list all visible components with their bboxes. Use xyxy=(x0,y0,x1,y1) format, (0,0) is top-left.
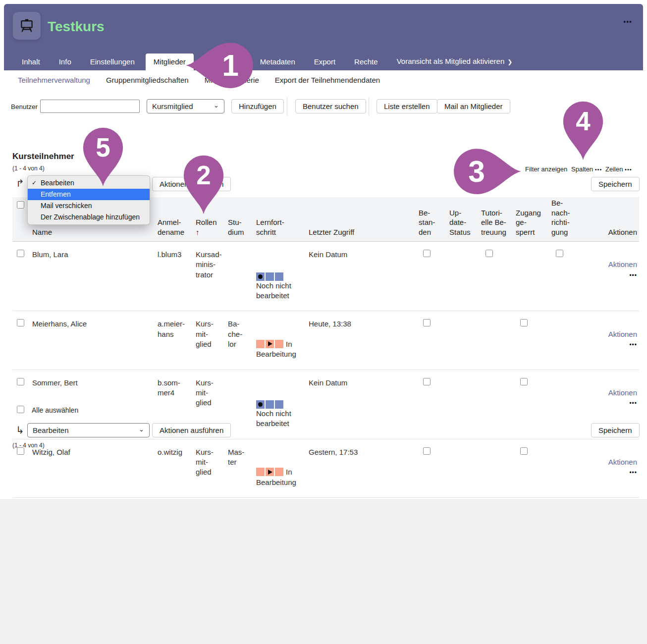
col-bestanden[interactable]: Be- stan- den xyxy=(419,208,449,241)
col-studium[interactable]: Stu- dium xyxy=(228,217,256,241)
cell-tutorielle-betreuung xyxy=(481,370,516,439)
more-dots-icon: ••• xyxy=(625,166,632,172)
aktionen-ausfuehren-button-top[interactable]: Aktionen ausführen xyxy=(152,177,231,191)
row-aktionen-dots-icon[interactable]: ••• xyxy=(629,341,637,348)
col-lernfortschritt[interactable]: Lernfort- schritt xyxy=(256,217,309,241)
course-tabbar: Inhalt Info Einstellungen Mitglieder Met… xyxy=(4,53,643,70)
menu-item-bearbeiten[interactable]: ✓ Bearbeiten xyxy=(28,177,150,189)
zugang-checkbox[interactable] xyxy=(520,319,528,326)
course-members-page: Testkurs ••• Inhalt Info Einstellungen M… xyxy=(0,0,647,644)
row-aktionen-dots-icon[interactable]: ••• xyxy=(629,469,637,476)
subnav-gruppenmitgliedschaften[interactable]: Gruppenmitgliedschaften xyxy=(106,76,189,84)
row-aktionen-link[interactable]: Aktionen xyxy=(608,260,637,268)
menu-item-zwischenablage[interactable]: Der Zwischenablage hinzufügen xyxy=(28,212,150,223)
tab-info[interactable]: Info xyxy=(51,54,79,70)
col-rollen[interactable]: Rollen↑ xyxy=(196,217,228,241)
bestanden-checkbox[interactable] xyxy=(423,378,431,385)
bestanden-checkbox[interactable] xyxy=(423,447,431,455)
col-benachrichtigung[interactable]: Be- nach- richti- gung xyxy=(551,198,584,241)
row-aktionen-link[interactable]: Aktionen xyxy=(608,388,637,397)
callout-3-number: 3 xyxy=(468,155,485,188)
row-aktionen-link[interactable]: Aktionen xyxy=(608,330,637,338)
select-all-checkbox[interactable] xyxy=(17,201,24,209)
cell-studium xyxy=(228,370,256,439)
progress-squares-icon xyxy=(256,468,283,476)
zeilen-link[interactable]: Zeilen ••• xyxy=(605,165,632,173)
filter-anzeigen-link[interactable]: Filter anzeigen xyxy=(525,165,567,173)
progress-label: Noch nicht bearbeitet xyxy=(256,281,291,300)
zeilen-label: Zeilen xyxy=(605,165,623,173)
row-checkbox[interactable] xyxy=(17,250,24,257)
select-all-label: Alle auswählen xyxy=(32,406,78,414)
row-aktionen-dots-icon[interactable]: ••• xyxy=(629,400,637,407)
chevron-right-icon: ❯ xyxy=(507,58,512,65)
row-aktionen-link[interactable]: Aktionen xyxy=(608,458,637,466)
hinzufuegen-button[interactable]: Hinzufügen xyxy=(231,99,284,113)
speichern-button-top[interactable]: Speichern xyxy=(591,177,640,191)
col-zugang-gesperrt[interactable]: Zugang ge- sperrt xyxy=(516,208,551,241)
col-letzter-zugriff[interactable]: Letzter Zugriff xyxy=(309,227,419,241)
subnav-export-teilnehmendendaten[interactable]: Export der Teilnehmendendaten xyxy=(275,76,380,84)
cell-letzter-zugriff: Kein Datum xyxy=(309,370,419,439)
checkmark-icon: ✓ xyxy=(32,177,37,189)
row-checkbox[interactable] xyxy=(17,378,24,385)
tab-inhalt[interactable]: Inhalt xyxy=(14,54,48,70)
cell-lernfortschritt: In Bearbeitung xyxy=(256,439,309,497)
progress-indicator: Noch nicht bearbeitet xyxy=(256,388,303,429)
sort-asc-icon: ↑ xyxy=(196,228,200,236)
toolbar-divider xyxy=(369,97,369,116)
col-aktionen: Aktionen xyxy=(584,227,639,241)
cell-update-status xyxy=(449,242,481,311)
tutorielle-checkbox[interactable] xyxy=(485,250,493,257)
mail-an-mitglieder-button[interactable]: Mail an Mitglieder xyxy=(437,99,510,113)
aktionen-ausfuehren-button-bottom[interactable]: Aktionen ausführen xyxy=(152,423,231,437)
more-dots-icon: ••• xyxy=(595,166,602,172)
liste-erstellen-button[interactable]: Liste erstellen xyxy=(377,99,437,113)
col-name[interactable]: Name xyxy=(32,227,158,241)
subnav-mitgliedergalerie[interactable]: Mitgliedergalerie xyxy=(205,76,259,84)
tab-mitglieder[interactable]: Mitglieder xyxy=(146,54,194,70)
easel-icon xyxy=(18,17,35,34)
bulk-action-select[interactable]: Bearbeiten ⌄ xyxy=(27,423,150,437)
col-tutorielle-betreuung[interactable]: Tutori- elle Be- treuung xyxy=(481,208,516,241)
speichern-button-bottom[interactable]: Speichern xyxy=(591,423,640,437)
bestanden-checkbox[interactable] xyxy=(423,319,431,326)
role-select[interactable]: Kursmitglied ⌄ xyxy=(147,99,224,113)
table-row: Meierhans, Alice a.meier- hans Kurs- mit… xyxy=(12,311,639,370)
table-row: Blum, Lara l.blum3 Kursad- minis- trator… xyxy=(12,242,639,311)
benutzer-suchen-button[interactable]: Benutzer suchen xyxy=(295,99,366,113)
benutzer-input[interactable] xyxy=(40,100,140,113)
row-checkbox[interactable] xyxy=(17,319,24,326)
benachrichtigung-checkbox[interactable] xyxy=(556,250,563,257)
tab-export[interactable]: Export xyxy=(306,54,343,70)
header-more-icon[interactable]: ••• xyxy=(623,18,632,26)
spalten-label: Spalten xyxy=(571,165,593,173)
col-update-status[interactable]: Up- date- Status xyxy=(449,208,481,241)
zugang-checkbox[interactable] xyxy=(520,447,528,455)
branch-arrow-icon: ↱ xyxy=(16,177,24,189)
subnav-teilnehmerverwaltung[interactable]: Teilnehmerverwaltung xyxy=(18,76,90,84)
menu-item-mail-verschicken[interactable]: Mail verschicken xyxy=(28,200,150,212)
tab-metadaten[interactable]: Metadaten xyxy=(252,54,303,70)
result-count-bottom: (1 - 4 von 4) xyxy=(12,442,45,449)
cell-bestanden xyxy=(419,242,449,311)
zugang-checkbox[interactable] xyxy=(520,378,528,385)
select-all-checkbox-bottom[interactable] xyxy=(17,406,24,413)
spalten-link[interactable]: Spalten ••• xyxy=(571,165,602,173)
cell-lernfortschritt: Noch nicht bearbeitet xyxy=(256,242,309,311)
benutzer-label: Benutzer xyxy=(11,103,38,110)
cell-lernfortschritt: In Bearbeitung xyxy=(256,311,309,369)
progress-squares-icon xyxy=(256,272,283,281)
menu-item-entfernen[interactable]: Entfernen xyxy=(28,189,150,200)
tab-einstellungen[interactable]: Einstellungen xyxy=(82,54,143,70)
menu-item-label: Bearbeiten xyxy=(41,179,74,187)
row-aktionen-dots-icon[interactable]: ••• xyxy=(629,272,637,279)
tab-rechte[interactable]: Rechte xyxy=(346,54,386,70)
tab-voransicht[interactable]: Voransicht als Mitglied aktivieren❯ xyxy=(389,53,521,70)
bulk-action-menu: ✓ Bearbeiten Entfernen Mail verschicken … xyxy=(27,175,150,225)
cell-zugang-gesperrt xyxy=(516,370,551,439)
bestanden-checkbox[interactable] xyxy=(423,250,431,257)
cell-anmeldename: o.witzig xyxy=(158,439,196,497)
col-anmeldename[interactable]: Anmel- dename xyxy=(158,217,196,241)
cell-rolle: Kurs- mit- glied xyxy=(196,311,228,369)
